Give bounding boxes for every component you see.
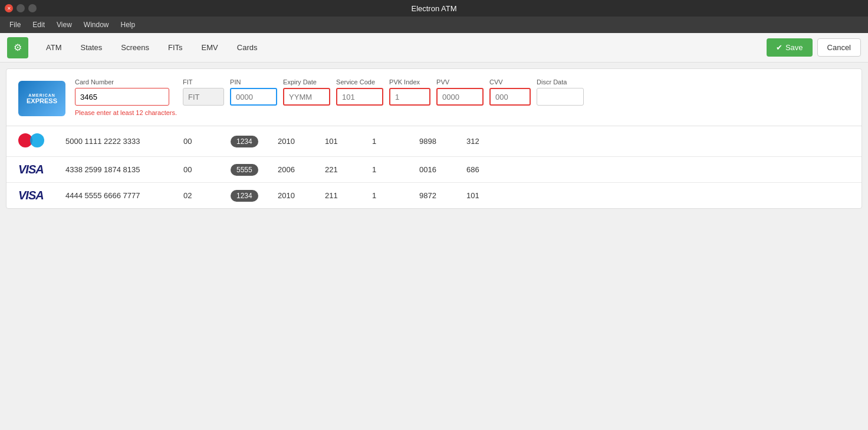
settings-icon: ⚙ [14,42,22,53]
pvk-index-cell: 1 [372,165,419,174]
app-title: Electron ATM [411,4,456,13]
card-number-label: Card Number [75,78,177,86]
service-code-label: Service Code [336,78,383,86]
maximize-button[interactable] [28,4,37,12]
menubar: File Edit View Window Help [0,17,868,33]
amex-card-logo: AMERICAN EXPRESS [18,81,65,116]
fit-label: FIT [183,78,224,86]
fit-field: FIT [183,78,224,106]
tab-emv[interactable]: EMV [193,40,226,55]
cvv-input[interactable] [489,88,531,106]
service-code-cell: 221 [325,165,372,174]
service-code-cell: 101 [325,137,372,146]
fit-cell: 00 [183,137,231,146]
toolbar-actions: ✔ Save Cancel [767,38,861,57]
pin-input[interactable] [230,88,277,106]
nav-tabs: ATM States Screens FITs EMV Cards [38,40,265,55]
pvv-input[interactable] [436,88,484,106]
pin-cell: 5555 [231,164,278,176]
visa-logo: VISA [18,189,44,202]
card-number-input[interactable] [75,88,169,106]
menu-view[interactable]: View [52,19,77,31]
cvv-cell: 312 [466,137,514,146]
window-controls [5,4,37,12]
form-fields: Card Number Please enter at least 12 cha… [75,78,584,116]
card-table: 5000 1111 2222 3333 00 1234 2010 101 1 9… [6,126,862,208]
pin-cell: 1234 [231,190,278,202]
visa-logo-cell: VISA [18,163,65,176]
menu-file[interactable]: File [5,19,25,31]
toolbar-icon-button[interactable]: ⚙ [7,37,28,58]
pvv-field: PVV [436,78,484,106]
cvv-field: CVV [489,78,531,106]
save-button[interactable]: ✔ Save [767,38,813,57]
pvk-index-input[interactable] [389,88,430,106]
pvk-index-cell: 1 [372,137,419,146]
service-code-cell: 211 [325,191,372,200]
discr-data-label: Discr Data [537,78,584,86]
tab-states[interactable]: States [72,40,110,55]
service-code-input[interactable] [336,88,383,106]
fit-cell: 02 [183,191,231,200]
fit-cell: 00 [183,165,231,174]
visa-logo-cell: VISA [18,189,65,202]
main-content: AMERICAN EXPRESS Card Number Please ente… [6,68,862,209]
pvv-cell: 0016 [419,165,466,174]
discr-data-field: Discr Data [537,78,584,106]
expiry-cell: 2006 [278,165,325,174]
pvv-cell: 9872 [419,191,466,200]
pvv-label: PVV [436,78,484,86]
pin-badge: 1234 [231,190,258,202]
discr-data-input[interactable] [537,88,584,106]
cvv-label: CVV [489,78,531,86]
cvv-cell: 686 [466,165,514,174]
expiry-cell: 2010 [278,191,325,200]
tab-atm[interactable]: ATM [38,40,70,55]
cancel-button[interactable]: Cancel [817,38,861,57]
expiry-field: Expiry Date [283,78,330,106]
service-code-field: Service Code [336,78,383,106]
pvk-index-cell: 1 [372,191,419,200]
minimize-button[interactable] [17,4,25,12]
titlebar: Electron ATM [0,0,868,17]
pin-badge: 5555 [231,164,258,176]
pin-badge: 1234 [231,136,258,147]
edit-form-row: AMERICAN EXPRESS Card Number Please ente… [6,69,862,126]
menu-help[interactable]: Help [116,19,140,31]
tab-cards[interactable]: Cards [229,40,266,55]
amex-text-top: AMERICAN [28,93,55,97]
card-number-field: Card Number Please enter at least 12 cha… [75,78,177,116]
toolbar: ⚙ ATM States Screens FITs EMV Cards ✔ Sa… [0,33,868,63]
menu-edit[interactable]: Edit [28,19,50,31]
expiry-input[interactable] [283,88,330,106]
maestro-logo [18,132,44,149]
tab-screens[interactable]: Screens [113,40,157,55]
cvv-cell: 101 [466,191,514,200]
table-row[interactable]: VISA 4444 5555 6666 7777 02 1234 2010 21… [6,183,862,208]
pin-field: PIN [230,78,277,106]
menu-window[interactable]: Window [79,19,114,31]
card-number-cell: 4444 5555 6666 7777 [65,191,183,200]
fit-input[interactable] [183,88,224,106]
pin-label: PIN [230,78,277,86]
card-number-cell: 4338 2599 1874 8135 [65,165,183,174]
amex-text-main: EXPRESS [27,97,57,104]
save-icon: ✔ [776,43,782,52]
pvv-cell: 9898 [419,137,466,146]
pvk-index-field: PVK Index [389,78,430,106]
card-number-cell: 5000 1111 2222 3333 [65,137,183,146]
maestro-logo-cell [18,132,65,150]
tab-fits[interactable]: FITs [160,40,191,55]
save-label: Save [785,43,803,52]
card-number-error: Please enter at least 12 characters. [75,109,177,116]
expiry-label: Expiry Date [283,78,330,86]
table-row[interactable]: 5000 1111 2222 3333 00 1234 2010 101 1 9… [6,126,862,157]
visa-logo: VISA [18,163,44,176]
expiry-cell: 2010 [278,137,325,146]
maestro-blue-circle [30,133,44,147]
pin-cell: 1234 [231,136,278,147]
close-button[interactable] [5,4,13,12]
table-row[interactable]: VISA 4338 2599 1874 8135 00 5555 2006 22… [6,157,862,183]
pvk-index-label: PVK Index [389,78,430,86]
